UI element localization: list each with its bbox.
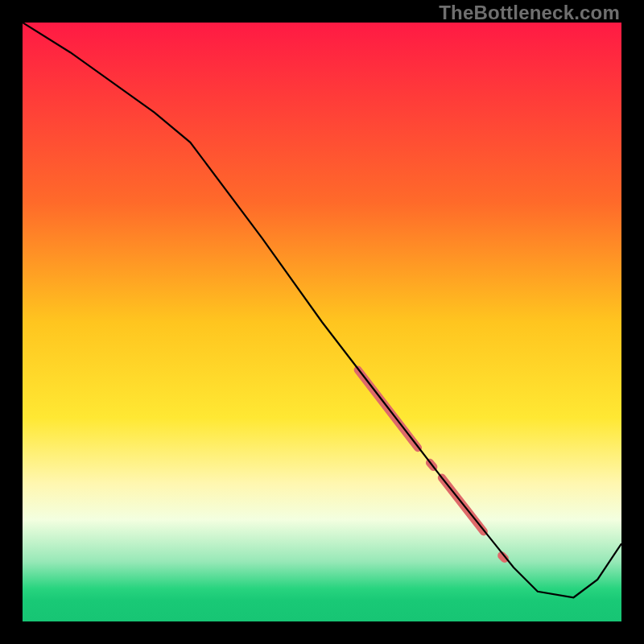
chart-plot-area bbox=[23, 23, 621, 621]
watermark-text: TheBottleneck.com bbox=[439, 2, 620, 24]
bottleneck-chart bbox=[23, 23, 621, 621]
outer-black-frame: TheBottleneck.com bbox=[0, 0, 644, 644]
